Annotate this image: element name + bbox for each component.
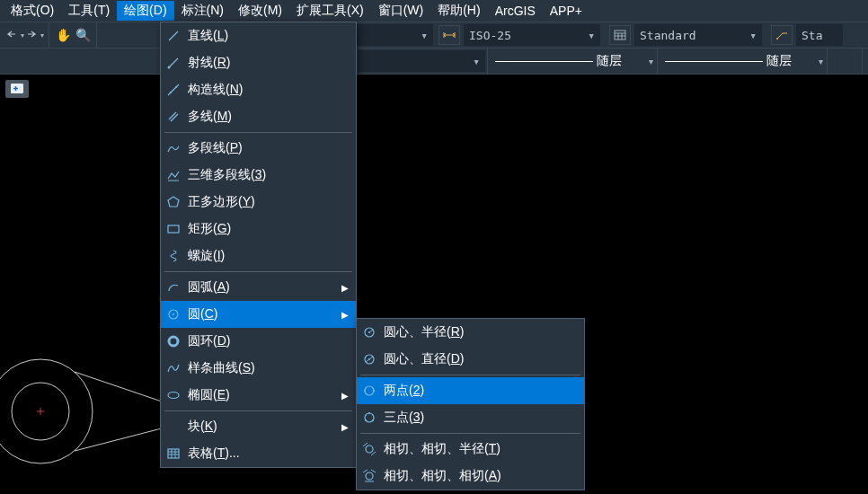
menu-item-label: 样条曲线(S) <box>186 360 356 376</box>
svg-point-41 <box>372 419 374 421</box>
combo-value: ISO-25 <box>469 29 511 42</box>
table-style-icon[interactable] <box>609 25 631 45</box>
style-combo-2[interactable]: ISO-25▾ <box>464 24 600 46</box>
menu-item-label: 多段线(P) <box>186 140 356 156</box>
c5-icon <box>357 442 382 456</box>
circle-submenu: 圆心、半径(R)圆心、直径(D)两点(2)三点(3)相切、相切、半径(T)相切、… <box>356 318 585 490</box>
menu-help[interactable]: 帮助(H) <box>430 1 487 21</box>
draw-menu-item-0[interactable]: 直线(L) <box>161 22 356 49</box>
combo-value: Standard <box>640 29 696 42</box>
combo-value: Sta <box>802 29 822 42</box>
circle-menu-item-3[interactable]: 两点(2) <box>357 377 584 404</box>
dim-icon[interactable] <box>438 25 460 45</box>
draw-menu-item-9[interactable]: 螺旋(I) <box>161 243 356 269</box>
menu-item-label: 圆(C) <box>186 306 341 322</box>
draw-menu-item-3[interactable]: 多线(M) <box>161 103 356 130</box>
draw-menu-item-8[interactable]: 矩形(G) <box>161 216 356 243</box>
svg-point-35 <box>365 386 374 395</box>
draw-menu-item-11[interactable]: 圆弧(A)▶ <box>161 274 356 301</box>
helix-icon <box>161 249 186 263</box>
zoom-icon[interactable]: 🔍 <box>75 27 91 43</box>
style-combo-3[interactable]: Standard▾ <box>634 24 762 46</box>
arc-icon <box>161 280 186 295</box>
menu-item-label: 三维多段线(3) <box>186 167 356 183</box>
svg-line-46 <box>363 470 368 472</box>
layer-line-icon <box>665 61 763 62</box>
c4-icon <box>357 410 382 425</box>
menu-item-label: 表格(T)... <box>186 445 356 462</box>
draw-menu-item-18[interactable]: 表格(T)... <box>161 440 356 467</box>
menu-item-label: 相切、相切、半径(T) <box>382 441 584 457</box>
draw-menu-item-1[interactable]: 射线(R) <box>161 49 356 76</box>
draw-menu-item-17[interactable]: 块(K)▶ <box>161 413 356 440</box>
circle-icon <box>161 307 186 322</box>
menu-extend[interactable]: 扩展工具(X) <box>289 1 371 21</box>
new-tab-button[interactable] <box>5 80 29 98</box>
menu-format[interactable]: 格式(O) <box>4 1 61 21</box>
menu-item-label: 多线(M) <box>186 109 356 125</box>
menu-arcgis[interactable]: ArcGIS <box>488 2 543 20</box>
draw-dropdown-menu: 直线(L)射线(R)构造线(N)多线(M)多段线(P)三维多段线(3)正多边形(… <box>160 22 357 468</box>
circle-menu-item-6[interactable]: 相切、相切、半径(T) <box>357 436 584 463</box>
menu-annotate[interactable]: 标注(N) <box>174 1 231 21</box>
donut-icon <box>161 334 186 348</box>
svg-point-7 <box>0 359 93 463</box>
ellipse-icon <box>161 388 186 402</box>
menu-item-label: 两点(2) <box>382 383 584 399</box>
svg-point-34 <box>368 358 370 360</box>
menu-item-label: 椭圆(E) <box>186 387 341 403</box>
style-combo-4[interactable]: Sta <box>796 24 843 46</box>
draw-menu-item-13[interactable]: 圆环(D) <box>161 328 356 355</box>
menu-item-label: 构造线(N) <box>186 82 356 98</box>
svg-point-11 <box>168 66 171 69</box>
3dpoly-icon <box>161 168 186 182</box>
circle-menu-item-0[interactable]: 圆心、半径(R) <box>357 319 584 346</box>
draw-menu-item-2[interactable]: 构造线(N) <box>161 76 356 103</box>
undo-icon[interactable]: ▾ <box>7 27 23 43</box>
svg-point-22 <box>169 337 178 346</box>
draw-menu-item-12[interactable]: 圆(C)▶ <box>161 301 356 328</box>
submenu-arrow-icon: ▶ <box>341 283 356 293</box>
rect-icon <box>161 222 186 236</box>
svg-point-37 <box>373 390 375 392</box>
mleader-icon[interactable] <box>771 25 793 45</box>
menu-window[interactable]: 窗口(W) <box>371 1 431 21</box>
line-icon <box>161 29 186 43</box>
draw-menu-item-6[interactable]: 三维多段线(3) <box>161 162 356 189</box>
pan-icon[interactable]: ✋ <box>55 27 71 43</box>
redo-icon[interactable]: ▾ <box>27 27 43 43</box>
svg-point-42 <box>366 445 373 453</box>
svg-line-15 <box>169 112 176 119</box>
circle-menu-item-1[interactable]: 圆心、直径(D) <box>357 346 584 373</box>
svg-rect-24 <box>168 449 179 458</box>
layer-label: 随层 <box>597 53 622 69</box>
table-icon <box>161 446 186 461</box>
svg-rect-0 <box>615 31 625 40</box>
svg-point-13 <box>170 92 172 93</box>
menu-modify[interactable]: 修改(M) <box>231 1 289 21</box>
ray-icon <box>161 56 186 70</box>
layer-combo-1[interactable]: ▾ <box>358 50 485 72</box>
mline-icon <box>161 110 186 124</box>
draw-menu-item-7[interactable]: 正多边形(Y) <box>161 189 356 216</box>
pline-icon <box>161 141 186 155</box>
menu-app[interactable]: APP+ <box>543 2 589 20</box>
svg-rect-19 <box>168 225 179 233</box>
menu-item-label: 矩形(G) <box>186 221 356 237</box>
svg-point-14 <box>175 86 177 88</box>
xline-icon <box>161 83 186 97</box>
circle-menu-item-4[interactable]: 三点(3) <box>357 404 584 431</box>
menubar: 格式(O) 工具(T) 绘图(D) 标注(N) 修改(M) 扩展工具(X) 窗口… <box>0 0 868 22</box>
draw-menu-item-14[interactable]: 样条曲线(S) <box>161 355 356 382</box>
draw-menu-item-15[interactable]: 椭圆(E)▶ <box>161 382 356 409</box>
menu-draw[interactable]: 绘图(D) <box>117 1 173 21</box>
toolbar-row-2: ▾ 随层 ▾ 随层 ▾ <box>0 49 868 75</box>
circle-menu-item-7[interactable]: 相切、相切、相切(A) <box>357 463 584 490</box>
c3-icon <box>357 384 382 398</box>
menu-item-label: 螺旋(I) <box>186 248 356 264</box>
submenu-arrow-icon: ▶ <box>341 310 356 320</box>
menu-tools[interactable]: 工具(T) <box>61 1 117 21</box>
svg-point-40 <box>365 419 367 421</box>
svg-point-45 <box>366 472 373 480</box>
draw-menu-item-5[interactable]: 多段线(P) <box>161 135 356 162</box>
